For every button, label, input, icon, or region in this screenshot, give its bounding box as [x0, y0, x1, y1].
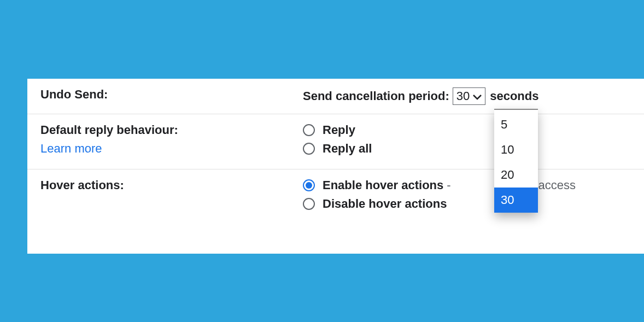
radio-reply[interactable]: Reply: [303, 123, 631, 137]
radio-reply-all[interactable]: Reply all: [303, 142, 631, 156]
undo-send-content: Send cancellation period: 30 seconds: [303, 87, 631, 105]
default-reply-content: Reply Reply all: [303, 123, 631, 160]
cancellation-period-dropdown: 5 10 20 30: [494, 109, 538, 213]
radio-unchecked-icon: [303, 143, 315, 155]
dropdown-option-5[interactable]: 5: [494, 112, 538, 137]
hover-actions-label: Hover actions:: [40, 178, 303, 215]
radio-enable-hover-label: Enable hover actions: [323, 178, 443, 192]
cancellation-period-label: Send cancellation period:: [303, 89, 449, 103]
chevron-down-icon: [473, 89, 482, 103]
radio-disable-hover-label: Disable hover actions: [323, 197, 447, 211]
setting-row-hover-actions: Hover actions: Enable hover actions - / …: [27, 169, 644, 224]
dropdown-option-30[interactable]: 30: [494, 188, 538, 213]
radio-checked-icon: [303, 179, 315, 191]
radio-reply-all-label: Reply all: [323, 142, 372, 156]
cancellation-period-unit: seconds: [490, 89, 538, 103]
default-reply-label: Default reply behaviour:: [40, 123, 178, 137]
radio-enable-hover[interactable]: Enable hover actions - / gain access: [303, 178, 631, 192]
radio-unchecked-icon: [303, 198, 315, 210]
enable-hover-hint-dash: -: [447, 178, 450, 192]
setting-row-undo-send: Undo Send: Send cancellation period: 30 …: [27, 79, 644, 114]
radio-unchecked-icon: [303, 124, 315, 136]
dropdown-option-20[interactable]: 20: [494, 162, 538, 188]
default-reply-label-col: Default reply behaviour: Learn more: [40, 123, 303, 160]
undo-send-label: Undo Send:: [40, 87, 303, 105]
radio-reply-label: Reply: [323, 123, 355, 137]
learn-more-link[interactable]: Learn more: [40, 142, 303, 156]
settings-panel: Undo Send: Send cancellation period: 30 …: [27, 79, 644, 254]
cancellation-period-value: 30: [456, 89, 470, 103]
hover-actions-content: Enable hover actions - / gain access Dis…: [303, 178, 631, 215]
cancellation-period-select[interactable]: 30: [453, 87, 485, 105]
radio-disable-hover[interactable]: Disable hover actions: [303, 197, 631, 211]
radio-dot-icon: [306, 182, 312, 189]
dropdown-option-10[interactable]: 10: [494, 137, 538, 162]
setting-row-default-reply: Default reply behaviour: Learn more Repl…: [27, 114, 644, 169]
